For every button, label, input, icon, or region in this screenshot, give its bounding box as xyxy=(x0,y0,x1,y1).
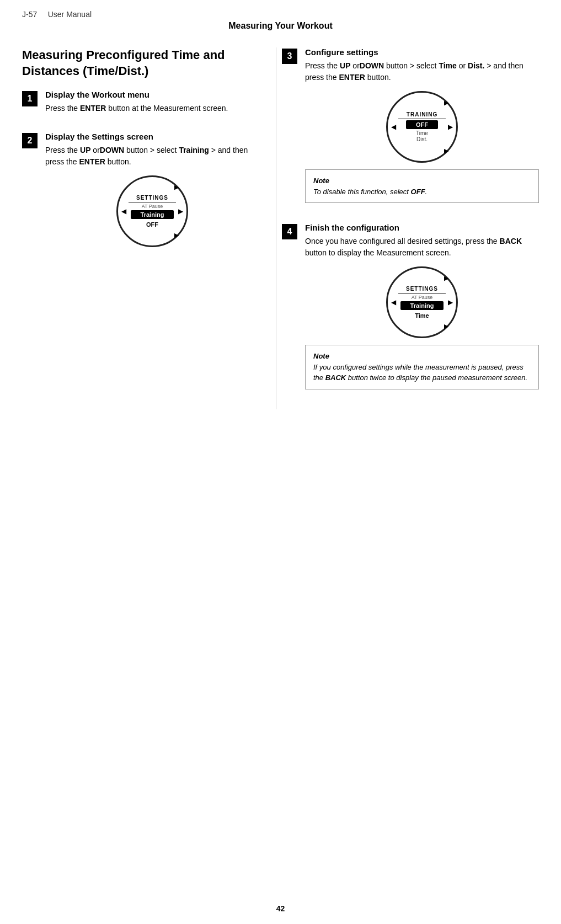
step-number-4: 4 xyxy=(282,224,297,239)
step-3: 3 Configure settings Press the UP orDOWN… xyxy=(282,47,539,212)
dial3-underline xyxy=(398,293,446,293)
dial3-below: Time xyxy=(415,312,429,319)
note2-text: If you configured settings while the mea… xyxy=(313,363,527,382)
step-4-content: Finish the configuration Once you have c… xyxy=(305,223,539,398)
header: J-57 User Manual xyxy=(22,10,539,19)
dial3-container: SETTINGS AT Pause Training Time ◀ ▶ ▶ ▶ xyxy=(305,266,539,338)
step-2-text: Press the UP orDOWN button > select Trai… xyxy=(45,145,259,168)
step-number-3: 3 xyxy=(282,49,297,64)
two-column-layout: Measuring Preconfigured Time and Distanc… xyxy=(22,47,539,409)
step-1: 1 Display the Workout menu Press the ENT… xyxy=(22,90,259,120)
dial2-selected: OFF xyxy=(406,120,438,129)
page-number: 42 xyxy=(276,904,285,913)
dial1-arrow-top-right: ▶ xyxy=(174,184,179,191)
page-id: J-57 User Manual xyxy=(22,10,92,19)
dial3-arrow-top-right: ▶ xyxy=(444,275,448,282)
step-2-heading: Display the Settings screen xyxy=(45,132,259,141)
step-3-content: Configure settings Press the UP orDOWN b… xyxy=(305,47,539,212)
dial1-selected: Training xyxy=(131,210,174,219)
dial2-option2: Dist. xyxy=(416,136,428,142)
dial1-underline xyxy=(129,202,177,202)
step-1-text: Press the ENTER button at the Measuremen… xyxy=(45,103,259,114)
step-number-2: 2 xyxy=(22,133,38,148)
dial2-arrow-right: ▶ xyxy=(448,123,453,131)
step-2: 2 Display the Settings screen Press the … xyxy=(22,132,259,250)
page-title: Measuring Your Workout xyxy=(22,21,539,31)
note2-label: Note xyxy=(313,352,329,360)
dial1-below: OFF xyxy=(146,221,158,228)
dial2-arrow-top-right: ▶ xyxy=(444,99,448,106)
step-4-text: Once you have configured all desired set… xyxy=(305,236,539,259)
dial2-underline xyxy=(398,119,446,119)
note1-text: To disable this function, select OFF. xyxy=(313,188,427,196)
dial1-title: SETTINGS xyxy=(136,195,168,201)
step-2-content: Display the Settings screen Press the UP… xyxy=(45,132,259,250)
step-3-text: Press the UP orDOWN button > select Time… xyxy=(305,60,539,83)
dial2-title: TRAINING xyxy=(407,111,437,117)
step-3-heading: Configure settings xyxy=(305,47,539,57)
dial3-arrow-right: ▶ xyxy=(448,298,453,306)
dial1-arrow-left: ◀ xyxy=(121,207,126,215)
dial1-container: SETTINGS AT Pause Training OFF ◀ ▶ ▶ ▶ xyxy=(45,175,259,247)
dial3-subtitle: AT Pause xyxy=(412,295,433,300)
dial2-container: TRAINING OFF Time Dist. ◀ ▶ ▶ ▶ xyxy=(305,91,539,163)
step-1-content: Display the Workout menu Press the ENTER… xyxy=(45,90,259,120)
right-column: 3 Configure settings Press the UP orDOWN… xyxy=(276,47,539,409)
dial2-arrow-left: ◀ xyxy=(391,123,396,131)
dial1: SETTINGS AT Pause Training OFF ◀ ▶ ▶ ▶ xyxy=(116,175,188,247)
note1-box: Note To disable this function, select OF… xyxy=(305,169,539,203)
step-1-heading: Display the Workout menu xyxy=(45,90,259,99)
step-4: 4 Finish the configuration Once you have… xyxy=(282,223,539,398)
dial1-subtitle: AT Pause xyxy=(142,204,163,209)
dial3: SETTINGS AT Pause Training Time ◀ ▶ ▶ ▶ xyxy=(386,266,458,338)
dial2-option1: Time xyxy=(416,130,428,136)
note2-box: Note If you configured settings while th… xyxy=(305,345,539,389)
dial3-arrow-left: ◀ xyxy=(391,298,396,306)
step-number-1: 1 xyxy=(22,91,38,106)
page-footer: 42 xyxy=(0,904,561,913)
dial3-arrow-bottom-right: ▶ xyxy=(444,323,448,330)
page: J-57 User Manual Measuring Your Workout … xyxy=(0,0,561,924)
dial2-arrow-bottom-right: ▶ xyxy=(444,147,448,154)
step-4-heading: Finish the configuration xyxy=(305,223,539,232)
note1-label: Note xyxy=(313,177,329,185)
dial1-arrow-bottom-right: ▶ xyxy=(174,232,179,239)
section-title: Measuring Preconfigured Time and Distanc… xyxy=(22,47,259,79)
dial2: TRAINING OFF Time Dist. ◀ ▶ ▶ ▶ xyxy=(386,91,458,163)
left-column: Measuring Preconfigured Time and Distanc… xyxy=(22,47,276,409)
dial1-arrow-right: ▶ xyxy=(178,207,183,215)
dial3-title: SETTINGS xyxy=(406,286,438,292)
dial3-selected: Training xyxy=(400,301,444,310)
